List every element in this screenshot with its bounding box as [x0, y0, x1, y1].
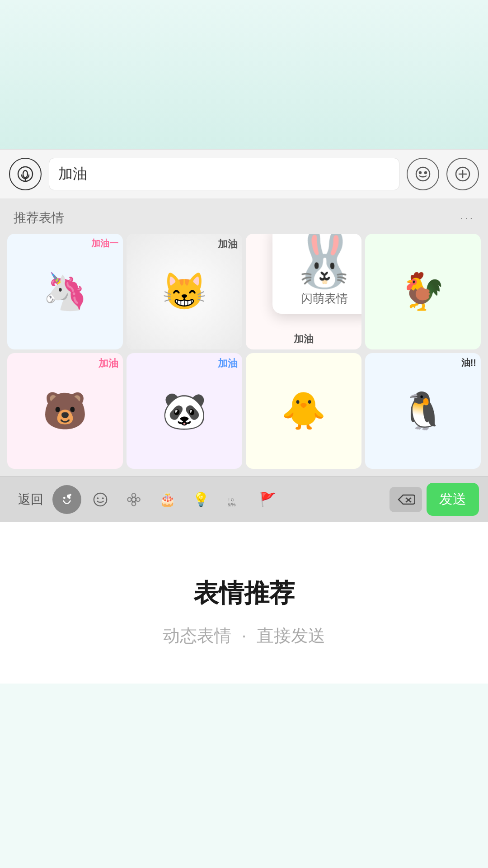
sticker-popup: 🐰 闪萌表情 [272, 234, 361, 314]
svg-point-18 [132, 493, 136, 497]
svg-point-20 [127, 497, 131, 501]
voice-button[interactable] [9, 158, 42, 190]
back-button[interactable]: 返回 [9, 486, 52, 513]
toolbar-icons: 🎂 💡 ↑♫ &% 🚩 [52, 485, 389, 514]
toolbar-special-icon[interactable]: ↑♫ &% [220, 485, 249, 514]
toolbar-flower-icon[interactable] [119, 485, 148, 514]
toolbar-flag-icon[interactable]: 🚩 [253, 485, 282, 514]
svg-point-13 [69, 494, 71, 496]
sticker-item-8[interactable]: 🐧 油!! [365, 353, 481, 469]
sticker-item-5[interactable]: 🐻 加油 [7, 353, 123, 469]
feature-subtitle: 动态表情 · 直接发送 [163, 624, 325, 647]
toolbar-sticker-icon[interactable] [52, 485, 81, 514]
plus-button[interactable] [446, 158, 479, 190]
svg-point-9 [60, 492, 74, 506]
sticker-item-1[interactable]: 🦄 加油一 [7, 234, 123, 349]
svg-point-19 [132, 502, 136, 506]
feature-section: 表情推荐 动态表情 · 直接发送 [0, 522, 488, 684]
feature-title: 表情推荐 [193, 576, 295, 611]
svg-point-16 [102, 497, 104, 499]
svg-point-15 [97, 497, 99, 499]
toolbar-cake-icon[interactable]: 🎂 [153, 485, 182, 514]
toolbar-emoji-icon[interactable] [86, 485, 115, 514]
svg-point-4 [419, 172, 421, 174]
delete-button[interactable] [389, 487, 422, 512]
toolbar-bulb-icon[interactable]: 💡 [186, 485, 215, 514]
svg-point-17 [131, 497, 136, 501]
feature-subtitle-part2: 直接发送 [257, 626, 325, 645]
sticker-item-2[interactable]: 😸 加油 [127, 234, 242, 349]
emoji-panel: 推荐表情 ··· 🦄 加油一 😸 加油 🐰 闪萌表情 [0, 198, 488, 522]
sticker-item-3[interactable]: 🐰 闪萌表情 🐰 加油 [246, 234, 361, 349]
panel-header: 推荐表情 ··· [0, 198, 488, 234]
input-bar: 加油 [0, 149, 488, 198]
message-input[interactable]: 加油 [49, 158, 399, 190]
sticker-item-4[interactable]: 🐓 [365, 234, 481, 349]
sticker-grid: 🦄 加油一 😸 加油 🐰 闪萌表情 🐰 加油 [0, 234, 488, 476]
svg-point-3 [416, 167, 430, 181]
svg-text:↑♫: ↑♫ [228, 496, 234, 502]
feature-subtitle-dot: · [242, 626, 247, 645]
panel-title: 推荐表情 [14, 209, 64, 226]
sticker-item-7[interactable]: 🐥 [246, 353, 361, 469]
more-options-button[interactable]: ··· [460, 211, 474, 225]
chat-area [0, 0, 488, 149]
svg-point-10 [63, 496, 66, 499]
svg-point-5 [425, 172, 427, 174]
sticker-item-6[interactable]: 🐼 加油 [127, 353, 242, 469]
svg-point-14 [94, 493, 107, 505]
send-button[interactable]: 发送 [427, 483, 479, 516]
emoji-button[interactable] [407, 158, 439, 190]
svg-text:&%: &% [228, 502, 236, 507]
svg-point-21 [136, 497, 140, 501]
svg-point-1 [23, 170, 28, 178]
keyboard-toolbar: 返回 [0, 476, 488, 522]
feature-subtitle-part1: 动态表情 [163, 626, 231, 645]
